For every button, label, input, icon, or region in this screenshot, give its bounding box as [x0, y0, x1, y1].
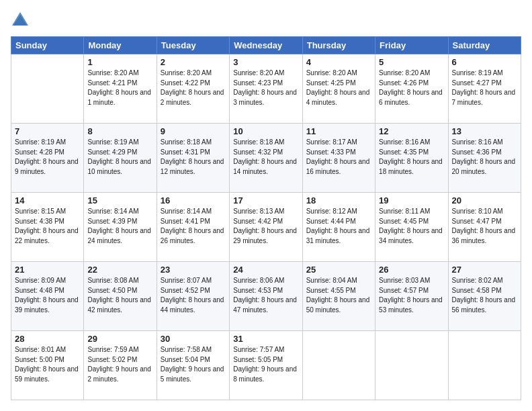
day-number: 15	[87, 195, 152, 205]
calendar-week-row: 1 Sunrise: 8:20 AMSunset: 4:21 PMDayligh…	[11, 54, 521, 124]
calendar-cell: 19 Sunrise: 8:11 AMSunset: 4:45 PMDaylig…	[375, 193, 448, 262]
calendar-week-row: 21 Sunrise: 8:09 AMSunset: 4:48 PMDaylig…	[11, 262, 521, 331]
calendar-cell: 25 Sunrise: 8:04 AMSunset: 4:55 PMDaylig…	[302, 262, 375, 331]
day-info: Sunrise: 8:10 AMSunset: 4:47 PMDaylight:…	[452, 207, 517, 246]
calendar-cell: 27 Sunrise: 8:02 AMSunset: 4:58 PMDaylig…	[448, 262, 521, 331]
day-number: 18	[306, 195, 371, 205]
day-number: 28	[15, 334, 80, 344]
calendar-cell: 24 Sunrise: 8:06 AMSunset: 4:53 PMDaylig…	[230, 262, 302, 331]
calendar-cell: 6 Sunrise: 8:19 AMSunset: 4:27 PMDayligh…	[448, 54, 521, 124]
day-info: Sunrise: 7:59 AMSunset: 5:02 PMDaylight:…	[87, 345, 152, 384]
calendar-cell: 29 Sunrise: 7:59 AMSunset: 5:02 PMDaylig…	[84, 331, 157, 400]
day-number: 13	[452, 126, 517, 136]
day-number: 23	[161, 265, 226, 275]
calendar-cell: 8 Sunrise: 8:19 AMSunset: 4:29 PMDayligh…	[84, 124, 157, 193]
day-info: Sunrise: 8:18 AMSunset: 4:31 PMDaylight:…	[161, 138, 226, 177]
calendar-cell: 22 Sunrise: 8:08 AMSunset: 4:50 PMDaylig…	[84, 262, 157, 331]
day-info: Sunrise: 8:16 AMSunset: 4:36 PMDaylight:…	[452, 138, 517, 177]
weekday-header: Sunday	[11, 37, 84, 54]
day-number: 17	[233, 195, 298, 205]
day-info: Sunrise: 8:19 AMSunset: 4:28 PMDaylight:…	[15, 138, 80, 177]
day-info: Sunrise: 8:16 AMSunset: 4:35 PMDaylight:…	[379, 138, 444, 177]
day-number: 16	[161, 195, 226, 205]
day-info: Sunrise: 8:14 AMSunset: 4:39 PMDaylight:…	[87, 207, 152, 246]
day-number: 26	[379, 265, 444, 275]
day-number: 3	[233, 57, 298, 67]
calendar-week-row: 7 Sunrise: 8:19 AMSunset: 4:28 PMDayligh…	[11, 124, 521, 193]
day-info: Sunrise: 8:18 AMSunset: 4:32 PMDaylight:…	[233, 138, 298, 177]
calendar-cell: 23 Sunrise: 8:07 AMSunset: 4:52 PMDaylig…	[157, 262, 229, 331]
day-info: Sunrise: 8:11 AMSunset: 4:45 PMDaylight:…	[379, 207, 444, 246]
day-info: Sunrise: 8:17 AMSunset: 4:33 PMDaylight:…	[306, 138, 371, 177]
calendar-cell: 20 Sunrise: 8:10 AMSunset: 4:47 PMDaylig…	[448, 193, 521, 262]
day-number: 24	[233, 265, 298, 275]
day-number: 20	[452, 195, 517, 205]
day-number: 29	[87, 334, 152, 344]
weekday-header: Monday	[84, 37, 157, 54]
calendar-cell: 12 Sunrise: 8:16 AMSunset: 4:35 PMDaylig…	[375, 124, 448, 193]
calendar-cell: 15 Sunrise: 8:14 AMSunset: 4:39 PMDaylig…	[84, 193, 157, 262]
day-number: 1	[87, 57, 152, 67]
calendar-week-row: 28 Sunrise: 8:01 AMSunset: 5:00 PMDaylig…	[11, 331, 521, 400]
logo	[11, 11, 32, 30]
day-info: Sunrise: 8:12 AMSunset: 4:44 PMDaylight:…	[306, 207, 371, 246]
calendar-cell	[375, 331, 448, 400]
calendar-cell: 11 Sunrise: 8:17 AMSunset: 4:33 PMDaylig…	[302, 124, 375, 193]
day-number: 31	[233, 334, 298, 344]
day-info: Sunrise: 8:20 AMSunset: 4:23 PMDaylight:…	[233, 68, 298, 107]
calendar-cell	[448, 331, 521, 400]
header	[11, 11, 521, 30]
calendar-cell: 16 Sunrise: 8:14 AMSunset: 4:41 PMDaylig…	[157, 193, 229, 262]
calendar-cell: 17 Sunrise: 8:13 AMSunset: 4:42 PMDaylig…	[230, 193, 302, 262]
day-number: 11	[306, 126, 371, 136]
day-info: Sunrise: 8:07 AMSunset: 4:52 PMDaylight:…	[161, 276, 226, 315]
day-info: Sunrise: 8:13 AMSunset: 4:42 PMDaylight:…	[233, 207, 298, 246]
day-number: 5	[379, 57, 444, 67]
logo-icon	[11, 11, 30, 30]
calendar-cell: 30 Sunrise: 7:58 AMSunset: 5:04 PMDaylig…	[157, 331, 229, 400]
day-number: 22	[87, 265, 152, 275]
day-info: Sunrise: 8:14 AMSunset: 4:41 PMDaylight:…	[161, 207, 226, 246]
calendar-cell: 7 Sunrise: 8:19 AMSunset: 4:28 PMDayligh…	[11, 124, 84, 193]
day-info: Sunrise: 7:57 AMSunset: 5:05 PMDaylight:…	[233, 345, 298, 384]
day-number: 2	[161, 57, 226, 67]
calendar-cell: 28 Sunrise: 8:01 AMSunset: 5:00 PMDaylig…	[11, 331, 84, 400]
day-info: Sunrise: 7:58 AMSunset: 5:04 PMDaylight:…	[161, 345, 226, 384]
day-number: 10	[233, 126, 298, 136]
day-info: Sunrise: 8:20 AMSunset: 4:21 PMDaylight:…	[87, 68, 152, 107]
day-number: 30	[161, 334, 226, 344]
day-info: Sunrise: 8:02 AMSunset: 4:58 PMDaylight:…	[452, 276, 517, 315]
day-info: Sunrise: 8:20 AMSunset: 4:25 PMDaylight:…	[306, 68, 371, 107]
day-number: 25	[306, 265, 371, 275]
day-info: Sunrise: 8:06 AMSunset: 4:53 PMDaylight:…	[233, 276, 298, 315]
calendar-cell: 21 Sunrise: 8:09 AMSunset: 4:48 PMDaylig…	[11, 262, 84, 331]
day-number: 7	[15, 126, 80, 136]
weekday-header: Tuesday	[157, 37, 229, 54]
day-info: Sunrise: 8:04 AMSunset: 4:55 PMDaylight:…	[306, 276, 371, 315]
calendar-table: SundayMondayTuesdayWednesdayThursdayFrid…	[11, 36, 521, 400]
day-info: Sunrise: 8:08 AMSunset: 4:50 PMDaylight:…	[87, 276, 152, 315]
day-number: 21	[15, 265, 80, 275]
day-number: 14	[15, 195, 80, 205]
day-number: 8	[87, 126, 152, 136]
day-info: Sunrise: 8:03 AMSunset: 4:57 PMDaylight:…	[379, 276, 444, 315]
calendar-cell: 1 Sunrise: 8:20 AMSunset: 4:21 PMDayligh…	[84, 54, 157, 124]
day-info: Sunrise: 8:19 AMSunset: 4:29 PMDaylight:…	[87, 138, 152, 177]
calendar-cell: 9 Sunrise: 8:18 AMSunset: 4:31 PMDayligh…	[157, 124, 229, 193]
day-number: 6	[452, 57, 517, 67]
calendar-cell: 18 Sunrise: 8:12 AMSunset: 4:44 PMDaylig…	[302, 193, 375, 262]
weekday-header: Friday	[375, 37, 448, 54]
day-info: Sunrise: 8:19 AMSunset: 4:27 PMDaylight:…	[452, 68, 517, 107]
day-number: 9	[161, 126, 226, 136]
calendar-cell: 3 Sunrise: 8:20 AMSunset: 4:23 PMDayligh…	[230, 54, 302, 124]
day-info: Sunrise: 8:01 AMSunset: 5:00 PMDaylight:…	[15, 345, 80, 384]
day-info: Sunrise: 8:20 AMSunset: 4:26 PMDaylight:…	[379, 68, 444, 107]
calendar-header-row: SundayMondayTuesdayWednesdayThursdayFrid…	[11, 37, 521, 54]
calendar-cell: 14 Sunrise: 8:15 AMSunset: 4:38 PMDaylig…	[11, 193, 84, 262]
calendar-week-row: 14 Sunrise: 8:15 AMSunset: 4:38 PMDaylig…	[11, 193, 521, 262]
weekday-header: Saturday	[448, 37, 521, 54]
calendar-cell: 31 Sunrise: 7:57 AMSunset: 5:05 PMDaylig…	[230, 331, 302, 400]
day-number: 19	[379, 195, 444, 205]
calendar-cell	[11, 54, 84, 124]
calendar-cell	[302, 331, 375, 400]
